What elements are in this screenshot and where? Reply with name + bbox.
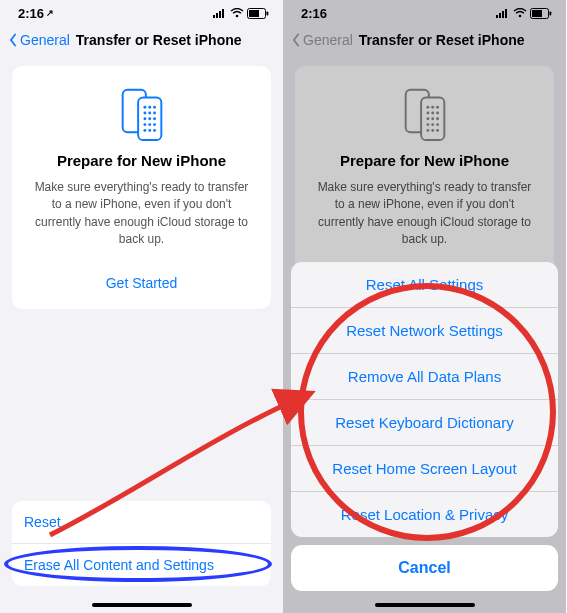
svg-point-22 — [143, 129, 146, 132]
cancel-button[interactable]: Cancel — [291, 545, 558, 591]
reset-keyboard-dictionary[interactable]: Reset Keyboard Dictionary — [291, 399, 558, 445]
phone-screenshot-right: 2:16 General Transfer or Reset iPhone — [283, 0, 566, 613]
svg-point-13 — [143, 112, 146, 115]
location-arrow-icon: ↗ — [46, 8, 54, 18]
svg-rect-7 — [267, 11, 269, 15]
svg-point-24 — [153, 129, 156, 132]
reset-home-screen-layout[interactable]: Reset Home Screen Layout — [291, 445, 558, 491]
reset-location-privacy[interactable]: Reset Location & Privacy — [291, 491, 558, 537]
reset-network-settings[interactable]: Reset Network Settings — [291, 307, 558, 353]
svg-point-16 — [143, 117, 146, 120]
prepare-card: Prepare for New iPhone Make sure everyth… — [12, 66, 271, 309]
card-body: Make sure everything's ready to transfer… — [26, 179, 257, 249]
action-sheet: Reset All Settings Reset Network Setting… — [291, 262, 558, 591]
svg-point-11 — [148, 106, 151, 109]
page-title: Transfer or Reset iPhone — [76, 32, 242, 48]
action-sheet-group: Reset All Settings Reset Network Setting… — [291, 262, 558, 537]
erase-all-row[interactable]: Erase All Content and Settings — [12, 543, 271, 586]
svg-rect-0 — [213, 15, 215, 18]
back-button[interactable]: General — [20, 32, 70, 48]
svg-point-21 — [153, 123, 156, 126]
svg-point-4 — [236, 15, 239, 18]
bottom-options-list: Reset Erase All Content and Settings — [12, 501, 271, 586]
cellular-signal-icon — [213, 8, 227, 18]
reset-row[interactable]: Reset — [12, 501, 271, 543]
remove-all-data-plans[interactable]: Remove All Data Plans — [291, 353, 558, 399]
home-indicator[interactable] — [375, 603, 475, 607]
status-time: 2:16 — [18, 6, 44, 21]
svg-point-19 — [143, 123, 146, 126]
svg-point-20 — [148, 123, 151, 126]
svg-point-17 — [148, 117, 151, 120]
card-heading: Prepare for New iPhone — [26, 152, 257, 169]
svg-point-10 — [143, 106, 146, 109]
back-chevron-icon[interactable] — [6, 33, 20, 47]
svg-rect-1 — [216, 13, 218, 18]
svg-point-12 — [153, 106, 156, 109]
reset-all-settings[interactable]: Reset All Settings — [291, 262, 558, 307]
battery-icon — [247, 8, 269, 19]
svg-rect-6 — [249, 10, 259, 17]
get-started-button[interactable]: Get Started — [26, 265, 257, 295]
svg-point-23 — [148, 129, 151, 132]
svg-rect-3 — [222, 9, 224, 18]
phone-screenshot-left: 2:16 ↗ General Transfer or Reset iPhone — [0, 0, 283, 613]
nav-bar: General Transfer or Reset iPhone — [0, 26, 283, 58]
svg-point-18 — [153, 117, 156, 120]
svg-point-14 — [148, 112, 151, 115]
svg-point-15 — [153, 112, 156, 115]
home-indicator[interactable] — [92, 603, 192, 607]
status-bar: 2:16 ↗ — [0, 0, 283, 26]
svg-rect-2 — [219, 11, 221, 18]
wifi-icon — [230, 8, 244, 18]
two-phones-icon — [26, 84, 257, 142]
